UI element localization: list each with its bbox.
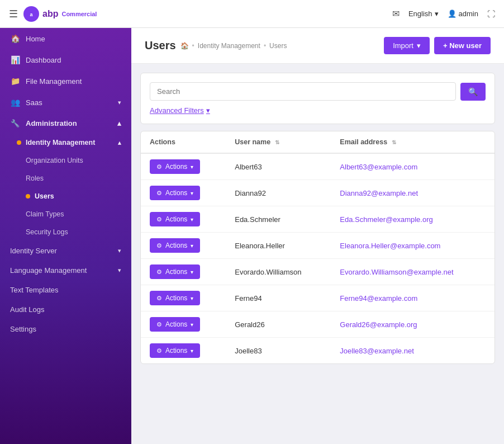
sidebar-item-audit-logs[interactable]: Audit Logs xyxy=(0,300,131,319)
email-cell: Joelle83@example.net xyxy=(331,338,495,364)
new-user-label: + New user xyxy=(443,41,482,50)
username-cell: Evorardo.Williamson xyxy=(226,259,331,285)
new-user-button[interactable]: + New user xyxy=(434,37,491,54)
sidebar-item-administration[interactable]: 🔧 Administration ▴ xyxy=(0,113,131,134)
email-cell: Eda.Schmeler@example.org xyxy=(331,206,495,233)
dashboard-icon: 📊 xyxy=(10,55,20,64)
actions-btn-label: Actions xyxy=(165,242,187,249)
actions-btn-label: Actions xyxy=(165,320,187,328)
sidebar-item-home[interactable]: 🏠 Home xyxy=(0,28,131,49)
sidebar-item-file-management[interactable]: 📁 File Management xyxy=(0,70,131,92)
search-input[interactable] xyxy=(150,82,456,101)
caret-icon: ▾ xyxy=(191,322,193,328)
table-row: ⚙Actions▾Ferne94Ferne94@example.com xyxy=(141,285,495,311)
chevron-down-icon: ▾ xyxy=(118,99,121,106)
chevron-up-icon: ▴ xyxy=(118,139,121,147)
sidebar-item-language-management[interactable]: Language Management ▾ xyxy=(0,261,131,280)
main-layout: 🏠 Home 📊 Dashboard 📁 File Management 👥 S… xyxy=(0,28,504,444)
wrench-icon: 🔧 xyxy=(10,119,20,127)
breadcrumb-home-icon: 🏠 xyxy=(180,42,189,50)
chevron-down-icon: ▾ xyxy=(118,247,121,254)
col-email-label: Email address xyxy=(340,138,387,146)
actions-btn-label: Actions xyxy=(165,268,187,276)
hamburger-menu[interactable]: ☰ xyxy=(9,8,18,20)
gear-icon: ⚙ xyxy=(156,321,162,328)
actions-button[interactable]: ⚙Actions▾ xyxy=(150,238,200,253)
table-header: Actions User name ⇅ Email address ⇅ xyxy=(141,131,495,153)
sort-username-icon: ⇅ xyxy=(275,139,279,145)
logo-text: abp xyxy=(42,9,58,19)
table-row: ⚙Actions▾Gerald26Gerald26@example.org xyxy=(141,311,495,338)
logo-icon: a xyxy=(23,6,39,22)
actions-button[interactable]: ⚙Actions▾ xyxy=(150,264,200,279)
sidebar-item-text-templates[interactable]: Text Templates xyxy=(0,280,131,300)
sidebar-item-settings[interactable]: Settings xyxy=(0,319,131,339)
search-button[interactable]: 🔍 xyxy=(460,83,486,101)
actions-cell: ⚙Actions▾ xyxy=(141,338,226,364)
logo-commercial: Commercial xyxy=(61,11,97,17)
caret-icon: ▾ xyxy=(191,348,193,354)
page-header: Users 🏠 • Identity Management • Users Im… xyxy=(131,28,504,64)
actions-cell: ⚙Actions▾ xyxy=(141,206,226,233)
mail-icon[interactable]: ✉ xyxy=(392,8,400,19)
table-row: ⚙Actions▾Dianna92Dianna92@example.net xyxy=(141,180,495,206)
col-email[interactable]: Email address ⇅ xyxy=(331,131,495,153)
gear-icon: ⚙ xyxy=(156,216,162,223)
advanced-filters-toggle[interactable]: Advanced Filters ▾ xyxy=(150,106,486,115)
user-menu[interactable]: 👤 admin xyxy=(448,10,478,18)
actions-button[interactable]: ⚙Actions▾ xyxy=(150,186,200,200)
user-icon: 👤 xyxy=(448,10,457,18)
actions-btn-label: Actions xyxy=(165,294,187,302)
sidebar-item-roles[interactable]: Roles xyxy=(0,169,131,187)
sidebar-label-organization-units: Organization Units xyxy=(26,157,83,164)
home-icon: 🏠 xyxy=(10,34,20,43)
sidebar-label-audit-logs: Audit Logs xyxy=(10,305,44,314)
table-body: ⚙Actions▾Albert63Albert63@example.com⚙Ac… xyxy=(141,153,495,363)
sidebar-label-users: Users xyxy=(35,192,54,200)
table-row: ⚙Actions▾Evorardo.WilliamsonEvorardo.Wil… xyxy=(141,259,495,285)
sidebar-item-dashboard[interactable]: 📊 Dashboard xyxy=(0,49,131,70)
sidebar-item-users[interactable]: Users xyxy=(0,187,131,205)
breadcrumb-item-users: Users xyxy=(269,42,287,50)
page-actions: Import ▾ + New user xyxy=(384,37,491,54)
chevron-down-icon: ▾ xyxy=(206,106,210,115)
table-row: ⚙Actions▾Eleanora.HellerEleanora.Heller@… xyxy=(141,233,495,259)
folder-icon: 📁 xyxy=(10,77,20,86)
actions-button[interactable]: ⚙Actions▾ xyxy=(150,317,200,332)
username-cell: Eda.Schmeler xyxy=(226,206,331,233)
sidebar-label-identity-management: Identity Management xyxy=(26,139,95,147)
sidebar-label-roles: Roles xyxy=(26,174,44,182)
actions-button[interactable]: ⚙Actions▾ xyxy=(150,212,200,226)
fullscreen-icon[interactable]: ⛶ xyxy=(487,10,495,18)
email-cell: Albert63@example.com xyxy=(331,153,495,180)
import-button[interactable]: Import ▾ xyxy=(384,37,430,54)
gear-icon: ⚙ xyxy=(156,242,162,249)
sidebar-item-security-logs[interactable]: Security Logs xyxy=(0,223,131,241)
sidebar-label-file-management: File Management xyxy=(26,77,121,86)
advanced-filters-label: Advanced Filters xyxy=(150,106,204,115)
sidebar-item-claim-types[interactable]: Claim Types xyxy=(0,205,131,223)
sidebar-item-saas[interactable]: 👥 Saas ▾ xyxy=(0,92,131,113)
caret-icon: ▾ xyxy=(191,295,193,301)
username-cell: Joelle83 xyxy=(226,338,331,364)
gear-icon: ⚙ xyxy=(156,295,162,302)
language-selector[interactable]: English ▾ xyxy=(408,10,439,18)
actions-btn-label: Actions xyxy=(165,189,187,197)
actions-button[interactable]: ⚙Actions▾ xyxy=(150,159,200,174)
col-actions-label: Actions xyxy=(150,138,175,146)
sidebar-item-identity-server[interactable]: Identity Server ▾ xyxy=(0,241,131,261)
username-cell: Eleanora.Heller xyxy=(226,233,331,259)
username-label: admin xyxy=(459,10,478,18)
email-cell: Gerald26@example.org xyxy=(331,311,495,338)
caret-icon: ▾ xyxy=(191,164,193,170)
sidebar-item-organization-units[interactable]: Organization Units xyxy=(0,152,131,169)
actions-button[interactable]: ⚙Actions▾ xyxy=(150,291,200,305)
sidebar-item-identity-management[interactable]: Identity Management ▴ xyxy=(0,134,131,152)
sidebar-label-home: Home xyxy=(26,35,121,43)
breadcrumb-sep2: • xyxy=(264,42,266,50)
caret-icon: ▾ xyxy=(191,190,193,196)
search-row: 🔍 xyxy=(150,82,486,101)
actions-button[interactable]: ⚙Actions▾ xyxy=(150,343,200,358)
col-username[interactable]: User name ⇅ xyxy=(226,131,331,153)
page-title: Users xyxy=(145,39,176,52)
